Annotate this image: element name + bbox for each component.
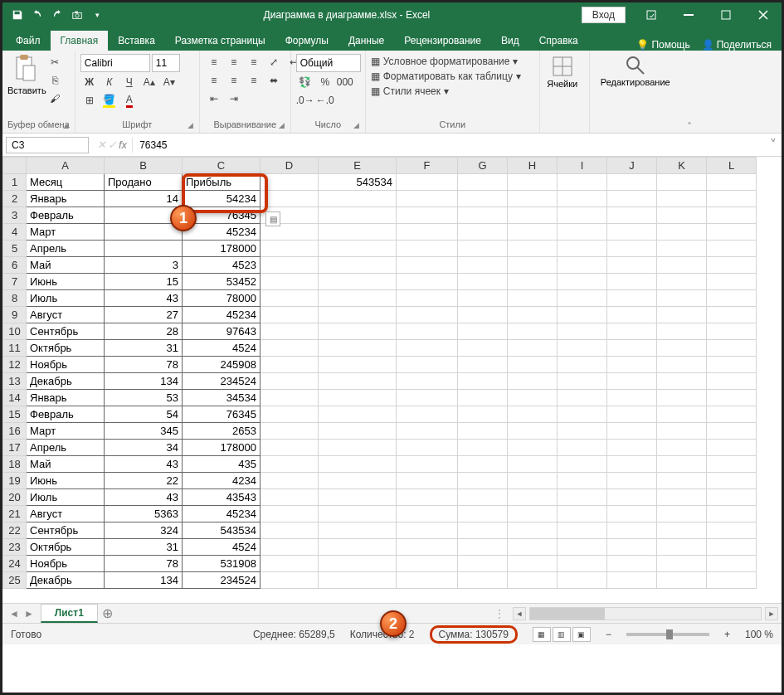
- cell-G14[interactable]: [458, 390, 508, 406]
- cell-H4[interactable]: [508, 224, 558, 241]
- cell-I1[interactable]: [558, 174, 607, 191]
- cell-A6[interactable]: Май: [27, 257, 105, 274]
- row-header-13[interactable]: 13: [3, 373, 27, 390]
- cell-I2[interactable]: [558, 191, 607, 207]
- cell-A18[interactable]: Май: [27, 456, 105, 473]
- editing-button[interactable]: Редактирование: [595, 54, 676, 87]
- cell-H16[interactable]: [508, 423, 558, 440]
- cell-D8[interactable]: [261, 290, 319, 307]
- row-header-12[interactable]: 12: [3, 357, 27, 373]
- cell-B10[interactable]: 28: [105, 323, 183, 340]
- cell-A9[interactable]: Август: [27, 307, 105, 323]
- cell-I20[interactable]: [558, 489, 607, 506]
- cell-F6[interactable]: [397, 257, 458, 274]
- cell-I4[interactable]: [558, 224, 607, 241]
- decrease-decimal-icon[interactable]: ←.0: [316, 92, 334, 109]
- cell-H23[interactable]: [508, 539, 558, 556]
- cell-E24[interactable]: [319, 556, 397, 572]
- cell-L11[interactable]: [707, 340, 757, 357]
- cell-I3[interactable]: [558, 207, 607, 224]
- cell-E17[interactable]: [319, 440, 397, 456]
- cell-L14[interactable]: [707, 390, 757, 406]
- cell-E10[interactable]: [319, 323, 397, 340]
- row-header-22[interactable]: 22: [3, 522, 27, 539]
- cell-J5[interactable]: [607, 241, 657, 257]
- comma-icon[interactable]: 000: [336, 74, 354, 90]
- cell-J17[interactable]: [607, 440, 657, 456]
- cell-J16[interactable]: [607, 423, 657, 440]
- row-header-21[interactable]: 21: [3, 506, 27, 522]
- cell-K22[interactable]: [657, 522, 707, 539]
- cell-G2[interactable]: [458, 191, 508, 207]
- cell-K21[interactable]: [657, 506, 707, 522]
- cell-G3[interactable]: [458, 207, 508, 224]
- align-center-icon[interactable]: ≡: [225, 72, 243, 89]
- cell-J4[interactable]: [607, 224, 657, 241]
- cell-H8[interactable]: [508, 290, 558, 307]
- cell-K8[interactable]: [657, 290, 707, 307]
- orientation-icon[interactable]: ⤢: [265, 54, 283, 70]
- cell-A4[interactable]: Март: [27, 224, 105, 241]
- scroll-left-icon[interactable]: ◄: [513, 607, 526, 620]
- sheet-nav-next-icon[interactable]: ►: [24, 608, 34, 620]
- qat-dropdown-icon[interactable]: ▾: [89, 7, 105, 23]
- borders-icon[interactable]: ⊞: [80, 92, 99, 109]
- tab-data[interactable]: Данные: [338, 31, 394, 51]
- sheet-tab-1[interactable]: Лист1: [41, 604, 98, 623]
- cell-K18[interactable]: [657, 456, 707, 473]
- enter-formula-icon[interactable]: ✓: [108, 139, 117, 151]
- cell-B9[interactable]: 27: [105, 307, 183, 323]
- cell-F2[interactable]: [397, 191, 458, 207]
- tab-view[interactable]: Вид: [491, 31, 529, 51]
- cell-G4[interactable]: [458, 224, 508, 241]
- cell-K11[interactable]: [657, 340, 707, 357]
- cell-D10[interactable]: [261, 323, 319, 340]
- cell-H17[interactable]: [508, 440, 558, 456]
- cell-G5[interactable]: [458, 241, 508, 257]
- cell-C18[interactable]: 435: [183, 456, 261, 473]
- cell-D16[interactable]: [261, 423, 319, 440]
- cell-E22[interactable]: [319, 522, 397, 539]
- row-header-10[interactable]: 10: [3, 323, 27, 340]
- cell-C15[interactable]: 76345: [183, 406, 261, 423]
- zoom-slider[interactable]: [626, 633, 709, 636]
- cell-H15[interactable]: [508, 406, 558, 423]
- name-box[interactable]: [6, 137, 89, 153]
- cell-B24[interactable]: 78: [105, 556, 183, 572]
- cell-C16[interactable]: 2653: [183, 423, 261, 440]
- cell-E21[interactable]: [319, 506, 397, 522]
- cell-B20[interactable]: 43: [105, 489, 183, 506]
- cell-D21[interactable]: [261, 506, 319, 522]
- cell-G24[interactable]: [458, 556, 508, 572]
- number-format-select[interactable]: [296, 54, 361, 72]
- cell-G6[interactable]: [458, 257, 508, 274]
- cell-I9[interactable]: [558, 307, 607, 323]
- number-launcher-icon[interactable]: ◢: [352, 121, 362, 131]
- cell-G1[interactable]: [458, 174, 508, 191]
- cell-J2[interactable]: [607, 191, 657, 207]
- cell-C5[interactable]: 178000: [183, 241, 261, 257]
- cell-C22[interactable]: 543534: [183, 522, 261, 539]
- cell-L20[interactable]: [707, 489, 757, 506]
- cell-C23[interactable]: 4524: [183, 539, 261, 556]
- cell-B15[interactable]: 54: [105, 406, 183, 423]
- column-header-F[interactable]: F: [397, 158, 458, 174]
- cell-E9[interactable]: [319, 307, 397, 323]
- cell-L5[interactable]: [707, 241, 757, 257]
- align-right-icon[interactable]: ≡: [245, 72, 263, 89]
- row-header-14[interactable]: 14: [3, 390, 27, 406]
- cell-G22[interactable]: [458, 522, 508, 539]
- cell-F9[interactable]: [397, 307, 458, 323]
- cell-D20[interactable]: [261, 489, 319, 506]
- cell-A14[interactable]: Январь: [27, 390, 105, 406]
- cell-E6[interactable]: [319, 257, 397, 274]
- cell-L6[interactable]: [707, 257, 757, 274]
- row-header-9[interactable]: 9: [3, 307, 27, 323]
- cell-I24[interactable]: [558, 556, 607, 572]
- decrease-font-icon[interactable]: A▾: [160, 74, 178, 90]
- cell-C1[interactable]: Прибыль: [183, 174, 261, 191]
- cell-E14[interactable]: [319, 390, 397, 406]
- cell-A22[interactable]: Сентябрь: [27, 522, 105, 539]
- cell-J19[interactable]: [607, 473, 657, 489]
- row-header-17[interactable]: 17: [3, 440, 27, 456]
